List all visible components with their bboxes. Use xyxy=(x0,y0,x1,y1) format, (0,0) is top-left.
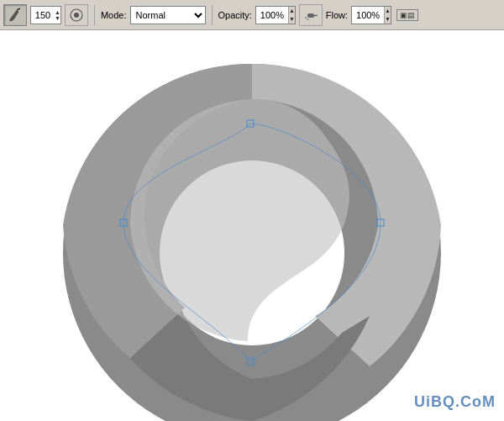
flow-spinner[interactable]: ▲ ▼ xyxy=(384,7,391,24)
separator-1 xyxy=(94,5,95,25)
mode-label: Mode: xyxy=(101,10,127,20)
svg-point-5 xyxy=(305,17,307,18)
canvas-svg xyxy=(0,30,504,421)
brush-size-group: 150 ▲ ▼ xyxy=(30,6,61,24)
svg-line-0 xyxy=(17,8,20,10)
svg-point-2 xyxy=(74,13,79,18)
canvas-area[interactable]: UiBQ.CoM xyxy=(0,30,504,421)
watermark: UiBQ.CoM xyxy=(414,393,496,411)
svg-point-7 xyxy=(308,19,309,20)
extra-options: ▣▤ xyxy=(396,9,418,21)
separator-2 xyxy=(212,5,213,25)
svg-rect-3 xyxy=(307,13,314,18)
opacity-spinner[interactable]: ▲ ▼ xyxy=(288,7,295,24)
opacity-label: Opacity: xyxy=(218,10,252,20)
opacity-input[interactable]: 100% xyxy=(256,7,288,24)
brush-size-spinner[interactable]: ▲ ▼ xyxy=(55,9,60,21)
flow-label: Flow: xyxy=(326,10,348,20)
airbrush-button[interactable] xyxy=(299,4,323,26)
flow-input[interactable]: 100% xyxy=(352,7,384,24)
mode-select[interactable]: Normal Dissolve Multiply Screen Overlay xyxy=(130,6,206,24)
toolbar: 150 ▲ ▼ Mode: Normal Dissolve Multiply S… xyxy=(0,0,504,30)
svg-point-6 xyxy=(307,18,308,20)
tablet-pressure-button[interactable] xyxy=(65,4,88,26)
opacity-group: 100% ▲ ▼ xyxy=(255,6,296,24)
flow-group: 100% ▲ ▼ xyxy=(351,6,391,24)
tablet-icon xyxy=(69,8,84,23)
brush-tool-button[interactable] xyxy=(3,4,27,26)
brush-size-input[interactable]: 150 xyxy=(31,7,55,24)
airbrush-icon xyxy=(303,8,318,23)
extra-text: ▣▤ xyxy=(400,11,415,19)
brush-icon xyxy=(8,8,23,23)
